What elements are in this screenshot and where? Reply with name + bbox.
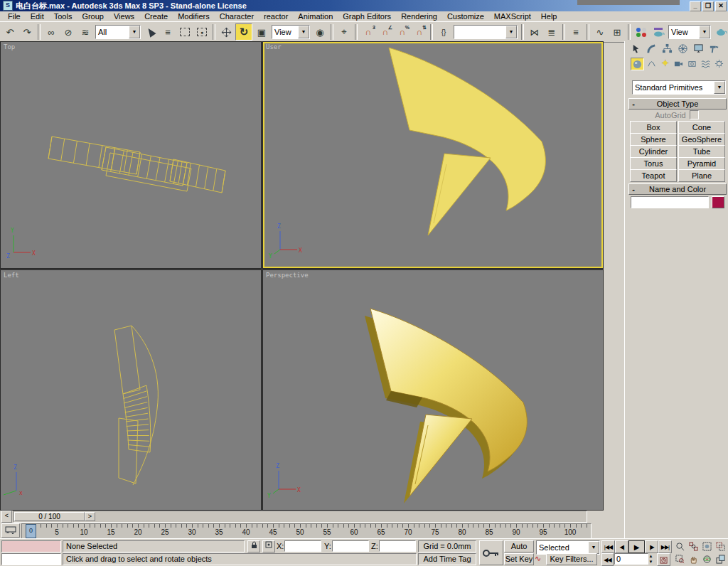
time-configuration-button[interactable] <box>657 553 670 566</box>
next-frame-button[interactable]: |▶ <box>645 540 658 553</box>
key-mode-dropdown[interactable]: Selected ▼ <box>536 540 600 555</box>
maxscript-mini-listener-white[interactable] <box>1 553 61 565</box>
time-slider-handle[interactable]: 0 / 100 <box>14 512 85 521</box>
category-geometry[interactable] <box>631 58 644 70</box>
sphere-button[interactable]: Sphere <box>630 133 677 146</box>
plane-button[interactable]: Plane <box>678 169 725 182</box>
track-bar-ruler[interactable]: 0510152025303540455055606570758085909510… <box>21 523 592 539</box>
material-editor-button[interactable] <box>633 24 649 40</box>
unlink-selection-button[interactable]: ⊘ <box>60 24 76 40</box>
previous-frame-button[interactable]: ◀| <box>615 540 628 553</box>
set-keys-button[interactable] <box>479 540 503 565</box>
edit-named-selections-button[interactable]: {} <box>436 24 451 40</box>
select-by-name-button[interactable]: ≡ <box>160 24 176 40</box>
layer-manager-button[interactable]: ≡ <box>568 24 584 40</box>
menu-group[interactable]: Group <box>77 11 109 21</box>
go-to-start-button[interactable]: |◀◀ <box>601 540 615 553</box>
min-max-toggle-button[interactable] <box>714 553 727 565</box>
category-space-warps[interactable] <box>700 58 712 69</box>
object-name-field[interactable] <box>631 197 708 208</box>
menu-modifiers[interactable]: Modifiers <box>173 11 215 21</box>
use-pivot-center-button[interactable]: ◉ <box>312 24 328 40</box>
object-type-rollout[interactable]: - Object Type <box>628 98 727 110</box>
reference-coordinate-dropdown[interactable]: View ▼ <box>272 25 310 39</box>
pyramid-button[interactable]: Pyramid <box>678 157 725 170</box>
cone-button[interactable]: Cone <box>678 121 725 134</box>
absolute-offset-toggle[interactable] <box>262 540 275 552</box>
menu-rendering[interactable]: Rendering <box>396 11 442 21</box>
viewport-left[interactable]: Left Z x <box>0 269 262 511</box>
bind-to-space-warp-button[interactable]: ≋ <box>77 24 93 40</box>
torus-button[interactable]: Torus <box>630 157 677 170</box>
quick-render-button[interactable] <box>713 24 728 40</box>
select-and-rotate-button[interactable]: ↻ <box>235 23 252 41</box>
named-selection-dropdown[interactable]: ▼ <box>454 25 518 39</box>
category-helpers[interactable] <box>686 58 698 69</box>
mini-curve-editor-button[interactable] <box>1 523 20 538</box>
name-and-color-rollout[interactable]: - Name and Color <box>628 183 727 195</box>
x-coordinate-field[interactable] <box>285 541 321 551</box>
tab-modify[interactable] <box>645 43 658 55</box>
viewport-top[interactable]: Top Y X Z <box>0 41 262 269</box>
key-curve-icon[interactable]: ∿ <box>535 554 541 563</box>
schematic-view-button[interactable]: ⊞ <box>609 24 625 40</box>
window-crossing-button[interactable]: ● <box>194 24 210 40</box>
zoom-region-button[interactable] <box>674 553 686 565</box>
tab-motion[interactable] <box>676 43 690 55</box>
frame-spinner[interactable]: ▲▼ <box>648 553 654 565</box>
pan-button[interactable] <box>687 553 700 565</box>
geosphere-button[interactable]: GeoSphere <box>678 133 725 146</box>
chevron-down-icon[interactable]: ▼ <box>588 541 599 554</box>
key-mode-toggle-button[interactable]: ◀◀ <box>601 553 614 566</box>
select-object-button[interactable] <box>143 24 159 40</box>
tab-create[interactable] <box>629 43 643 55</box>
menu-edit[interactable]: Edit <box>26 11 49 21</box>
menu-tools[interactable]: Tools <box>49 11 77 21</box>
chevron-down-icon[interactable]: ▼ <box>699 26 710 38</box>
category-cameras[interactable] <box>673 58 685 69</box>
zoom-extents-button[interactable] <box>701 540 713 552</box>
minimize-button[interactable]: _ <box>690 1 701 11</box>
menu-views[interactable]: Views <box>109 11 139 21</box>
undo-button[interactable]: ↶ <box>2 24 18 40</box>
menu-customize[interactable]: Customize <box>442 11 489 21</box>
chevron-down-icon[interactable]: ▼ <box>129 26 140 38</box>
selection-filter-dropdown[interactable]: All ▼ <box>95 25 141 39</box>
set-key-button[interactable]: Set Key <box>504 553 534 565</box>
redo-button[interactable]: ↷ <box>19 24 35 40</box>
cylinder-button[interactable]: Cylinder <box>630 145 677 158</box>
menu-file[interactable]: File <box>3 11 26 21</box>
add-time-tag[interactable]: Add Time Tag <box>418 553 476 565</box>
select-and-manipulate-button[interactable]: ⌖ <box>336 24 352 40</box>
restore-button[interactable]: ❐ <box>702 1 714 11</box>
chevron-down-icon[interactable]: ▼ <box>298 26 309 38</box>
category-systems[interactable] <box>713 58 725 69</box>
menu-help[interactable]: Help <box>536 11 562 21</box>
percent-snap-button[interactable]: ∩% <box>395 24 410 40</box>
object-color-swatch[interactable] <box>712 196 724 208</box>
time-slider-prev-button[interactable]: < <box>1 511 12 523</box>
select-and-move-button[interactable] <box>218 24 234 40</box>
menu-maxscript[interactable]: MAXScript <box>489 11 536 21</box>
teapot-button[interactable]: Teapot <box>630 169 677 182</box>
titlebar[interactable]: S 电白台标.max - Autodesk 3ds Max 8 SP3 - St… <box>0 0 728 11</box>
time-slider-track[interactable]: 0 / 100 > <box>13 511 587 523</box>
play-button[interactable]: ▶ <box>628 540 645 553</box>
y-coordinate-field[interactable] <box>333 541 368 551</box>
viewport-user[interactable]: User Z X Y <box>262 41 604 269</box>
snaps-toggle-button[interactable]: ∩3 <box>360 24 376 40</box>
render-scene-button[interactable] <box>651 24 666 40</box>
tube-button[interactable]: Tube <box>678 145 725 158</box>
chevron-down-icon[interactable]: ▼ <box>714 81 725 94</box>
arc-rotate-button[interactable] <box>701 553 713 565</box>
frame-number-field[interactable] <box>615 554 648 564</box>
select-and-link-button[interactable]: ∞ <box>43 24 59 40</box>
z-coordinate-field[interactable] <box>380 541 415 551</box>
rectangular-selection-button[interactable] <box>177 24 193 40</box>
key-filters-button[interactable]: Key Filters... <box>546 553 597 565</box>
tab-hierarchy[interactable] <box>660 43 674 55</box>
go-to-end-button[interactable]: ▶▶| <box>658 540 672 553</box>
selection-lock-toggle[interactable] <box>247 540 260 552</box>
align-button[interactable]: ≣ <box>544 24 560 40</box>
autogrid-checkbox[interactable] <box>690 110 699 119</box>
